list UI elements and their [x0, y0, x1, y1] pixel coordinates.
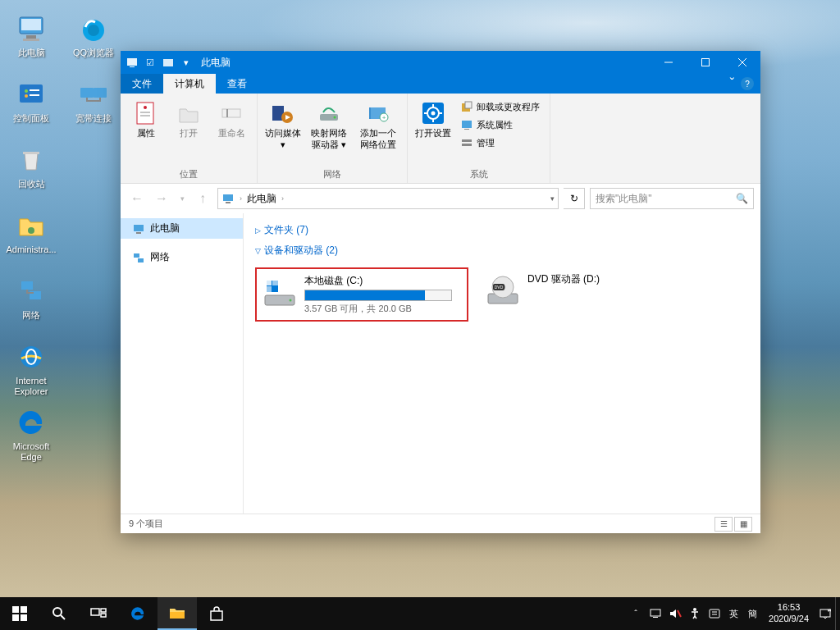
qq-icon: [76, 11, 111, 46]
svg-rect-49: [465, 102, 472, 108]
tray-accessibility-icon[interactable]: [685, 597, 705, 630]
desktop-icon-label: Internet Explorer: [3, 376, 59, 397]
view-details-button[interactable]: ☰: [714, 517, 733, 532]
section-folders[interactable]: ▷文件夹 (7): [255, 220, 749, 240]
control-icon: [14, 77, 48, 112]
chevron-right-icon[interactable]: ›: [281, 194, 284, 203]
search-input[interactable]: 搜索"此电脑" 🔍: [590, 188, 754, 209]
drive-c[interactable]: 本地磁盘 (C:) 3.57 GB 可用，共 20.0 GB: [255, 267, 468, 322]
view-icons-button[interactable]: ▦: [734, 517, 752, 532]
desktop-icon-edge[interactable]: Microsoft Edge: [3, 400, 59, 464]
tab-file[interactable]: 文件: [121, 74, 163, 94]
svg-rect-58: [134, 253, 139, 258]
open-icon: [176, 100, 202, 126]
tray-ime-icon[interactable]: [705, 597, 724, 630]
ribbon-open-settings[interactable]: 打开设置: [413, 97, 454, 143]
chevron-down-icon: ▽: [255, 247, 261, 255]
desktop-icon-thispc[interactable]: 此电脑: [3, 7, 59, 71]
breadcrumb-thispc[interactable]: 此电脑: [247, 192, 276, 206]
help-icon[interactable]: ?: [741, 77, 754, 90]
tab-view[interactable]: 查看: [216, 74, 258, 94]
settings-icon: [420, 100, 446, 126]
svg-rect-53: [462, 144, 472, 146]
titlebar[interactable]: ☑ ▾ 此电脑: [121, 51, 760, 74]
svg-rect-6: [20, 84, 43, 103]
ribbon-map-drive[interactable]: 映射网络驱动器 ▾: [305, 97, 353, 154]
ribbon-rename[interactable]: 重命名: [211, 97, 252, 143]
taskbar-edge[interactable]: [118, 597, 158, 630]
taskbar-store[interactable]: [197, 597, 236, 630]
close-button[interactable]: [724, 51, 760, 74]
folder-icon: [14, 208, 48, 243]
tray-display-icon[interactable]: [646, 597, 665, 630]
taskbar-explorer[interactable]: [158, 597, 197, 630]
svg-point-7: [25, 89, 28, 93]
mapdrive-icon: [316, 100, 342, 126]
desktop-icon-broadband[interactable]: 宽带连接: [66, 72, 121, 136]
navpane-thispc[interactable]: 此电脑: [121, 218, 243, 239]
ribbon-add-netloc[interactable]: + 添加一个网络位置: [354, 97, 402, 154]
drive-dvd[interactable]: DVD DVD 驱动器 (D:): [480, 267, 693, 322]
tray-clock[interactable]: 16:53 2020/9/24: [762, 602, 815, 625]
tray-overflow[interactable]: ˆ: [626, 597, 646, 630]
ribbon-sysprops[interactable]: 系统属性: [459, 116, 541, 133]
svg-rect-86: [710, 609, 719, 618]
window-title: 此电脑: [201, 56, 650, 70]
svg-rect-73: [12, 614, 19, 621]
maximize-button[interactable]: [687, 51, 724, 74]
search-button[interactable]: [39, 597, 79, 630]
ribbon-properties[interactable]: 属性: [126, 97, 167, 143]
ribbon-group-label: 位置: [121, 168, 257, 183]
minimize-button[interactable]: [650, 51, 687, 74]
address-dropdown-icon[interactable]: ▾: [550, 194, 555, 203]
tab-computer[interactable]: 计算机: [163, 74, 216, 94]
ribbon-open[interactable]: 打开: [168, 97, 209, 143]
tray-volume-icon[interactable]: [665, 597, 685, 630]
desktop-icon-controlpanel[interactable]: 控制面板: [3, 72, 59, 136]
qat-newfolder-icon[interactable]: [162, 56, 175, 69]
collapse-ribbon-icon[interactable]: ˇ: [730, 76, 734, 91]
nav-up[interactable]: ↑: [193, 189, 212, 208]
show-desktop[interactable]: [835, 597, 840, 630]
properties-icon: [133, 100, 159, 126]
nav-forward[interactable]: →: [152, 189, 171, 208]
ribbon-uninstall[interactable]: 卸载或更改程序: [459, 98, 541, 115]
nav-back[interactable]: ←: [127, 189, 147, 208]
status-text: 9 个项目: [129, 518, 163, 530]
svg-point-27: [144, 106, 147, 109]
ie-icon: [14, 340, 48, 374]
svg-rect-21: [163, 59, 173, 66]
desktop-icon-recycle[interactable]: 回收站: [3, 138, 59, 202]
drive-name: DVD 驱动器 (D:): [527, 272, 688, 286]
svg-rect-10: [30, 94, 39, 96]
dvd-icon: DVD: [485, 272, 521, 308]
refresh-button[interactable]: ↻: [564, 188, 585, 209]
desktop-icon-admin[interactable]: Administra...: [3, 203, 59, 267]
svg-rect-19: [127, 58, 137, 66]
svg-point-36: [334, 116, 336, 119]
ribbon-manage[interactable]: 管理: [459, 135, 541, 151]
sysprops-icon: [460, 118, 473, 131]
start-button[interactable]: [0, 597, 39, 630]
svg-rect-63: [267, 281, 272, 285]
chevron-right-icon[interactable]: ›: [240, 194, 242, 203]
qat-properties-icon[interactable]: ☑: [144, 56, 157, 69]
tray-ime-lang[interactable]: 英: [724, 608, 743, 620]
desktop-icon-qqbrowser[interactable]: QQ浏览器: [66, 7, 121, 71]
navpane-network[interactable]: 网络: [121, 247, 243, 267]
tray-notifications[interactable]: 1: [815, 597, 835, 630]
desktop-icon-network[interactable]: 网络: [3, 269, 59, 333]
qat-dropdown-icon[interactable]: ▾: [180, 56, 193, 69]
ribbon-access-media[interactable]: 访问媒体 ▾: [262, 97, 304, 154]
address-bar[interactable]: › 此电脑 › ▾: [217, 188, 559, 209]
rename-icon: [218, 100, 244, 126]
tray-ime-mode[interactable]: 簡: [743, 608, 762, 620]
section-devices[interactable]: ▽设备和驱动器 (2): [255, 240, 749, 261]
desktop-icon-ie[interactable]: Internet Explorer: [3, 335, 59, 399]
svg-rect-1: [21, 19, 41, 30]
taskview-button[interactable]: [79, 597, 118, 630]
svg-rect-79: [101, 614, 106, 617]
storage-bar: [304, 290, 452, 301]
svg-rect-30: [222, 109, 240, 117]
nav-recent-dropdown[interactable]: ▾: [176, 189, 188, 208]
